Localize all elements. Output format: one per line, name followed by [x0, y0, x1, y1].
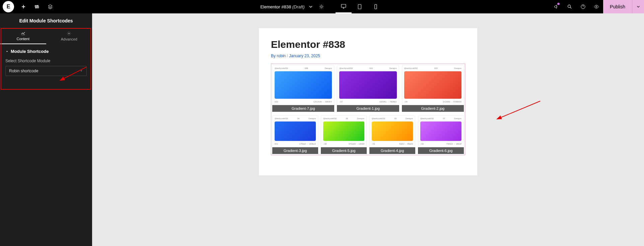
svg-point-0: [38, 5, 39, 6]
gallery-thumb: @techyunk032022Designs~076303B1 → 7B08E0: [337, 65, 399, 105]
gallery-caption: Gradient-1.jpg: [337, 105, 399, 112]
svg-rect-3: [358, 4, 361, 9]
section-title: Module Shortcode: [11, 49, 49, 54]
gallery-card[interactable]: @techyunk03204Designs0011759e0 → 183be0G…: [272, 115, 318, 154]
date-link[interactable]: January 23, 2025: [289, 54, 320, 58]
gallery-caption: Gradient-5.jpg: [321, 147, 367, 154]
tab-advanced[interactable]: Advanced: [46, 28, 92, 44]
device-desktop-icon[interactable]: [336, 0, 352, 13]
gradient-swatch: [339, 71, 397, 99]
shortcode-widget[interactable]: @techyunk032088Designs032CAGAHH → 0083FF…: [271, 64, 465, 155]
editor-canvas[interactable]: Elementor #838 By robin / January 23, 20…: [92, 13, 644, 246]
gradient-swatch: [420, 121, 461, 141]
doc-title: Elementor #838 (Draft): [260, 4, 304, 9]
gallery-caption: Gradient-7.jpg: [272, 105, 334, 112]
device-mobile-icon[interactable]: [368, 0, 384, 13]
gallery-thumb: @techyunk032088Designs032CAGAHH → 0083FF: [272, 65, 334, 105]
svg-point-1: [35, 7, 36, 8]
chevron-down-icon: [80, 69, 83, 73]
gallery-caption: Gradient-3.jpg: [272, 147, 318, 154]
gallery-card[interactable]: @techyunk032033Designs~04DC0002 → FF8800…: [402, 65, 464, 112]
gallery-card[interactable]: @techyunk032022Designs~076303B1 → 7B08E0…: [337, 65, 399, 112]
gradient-swatch: [275, 121, 316, 141]
svg-line-9: [500, 101, 540, 118]
settings-sliders-button[interactable]: [30, 0, 44, 13]
caret-down-icon: [5, 50, 9, 53]
gallery-thumb: @techyunk03204Designs0011759e0 → 183be0: [272, 115, 318, 147]
tab-content[interactable]: Content: [0, 28, 46, 44]
gradient-swatch: [275, 71, 332, 99]
top-header: E Elementor #838 (Draft) Publish: [0, 0, 644, 13]
preview-eye-icon[interactable]: [590, 0, 603, 13]
gallery-thumb: @techyunk03207Designs~027400c0 → d06bff: [418, 115, 464, 147]
panel-title: Edit Module Shortcodes: [0, 13, 92, 28]
gallery-card[interactable]: @techyunk03203Designs~01ffd21f → ff8a00G…: [369, 115, 415, 154]
svg-rect-2: [341, 4, 346, 7]
field-label-select-module: Select Shortcode Module: [5, 59, 87, 63]
gallery-row-2: @techyunk03204Designs0011759e0 → 183be0G…: [272, 115, 464, 154]
tab-advanced-label: Advanced: [61, 37, 77, 41]
publish-options-chevron-down-icon[interactable]: [632, 0, 644, 13]
gallery-thumb: @techyunk03205Designs~0837Da00 → b0f20f: [321, 115, 367, 147]
gallery-card[interactable]: @techyunk03205Designs~0837Da00 → b0f20fG…: [321, 115, 367, 154]
elementor-logo[interactable]: E: [3, 1, 14, 12]
gallery-thumb: @techyunk032033Designs~04DC0002 → FF8800…: [402, 65, 464, 105]
device-tablet-icon[interactable]: [352, 0, 368, 13]
gallery-caption: Gradient-4.jpg: [369, 147, 415, 154]
author-link[interactable]: robin: [277, 54, 286, 58]
svg-point-5: [568, 5, 571, 8]
svg-rect-4: [375, 4, 377, 9]
sidebar-panel: Edit Module Shortcodes Content Advanced …: [0, 13, 92, 246]
gallery-thumb: @techyunk03203Designs~01ffd21f → ff8a00: [369, 115, 415, 147]
page-title: Elementor #838: [271, 39, 465, 50]
doc-switcher-chevron-down-icon[interactable]: [307, 0, 315, 13]
whats-new-icon[interactable]: [550, 0, 563, 13]
svg-point-7: [596, 6, 597, 7]
gradient-swatch: [404, 71, 461, 99]
navigator-button[interactable]: [44, 0, 57, 13]
post-meta: By robin / January 23, 2025: [271, 54, 465, 58]
shortcode-module-select[interactable]: Robin shortcode: [5, 66, 87, 76]
gallery-card[interactable]: @techyunk032088Designs032CAGAHH → 0083FF…: [272, 65, 334, 112]
gallery-caption: Gradient-6.jpg: [418, 147, 464, 154]
svg-point-8: [69, 33, 70, 34]
page-content: Elementor #838 By robin / January 23, 20…: [259, 28, 477, 175]
gradient-swatch: [372, 121, 413, 141]
notification-dot: [557, 3, 560, 5]
section-toggle-module-shortcode[interactable]: Module Shortcode: [0, 44, 92, 57]
gallery-caption: Gradient-2.jpg: [402, 105, 464, 112]
dropdown-value: Robin shortcode: [9, 69, 38, 73]
gallery-row-1: @techyunk032088Designs032CAGAHH → 0083FF…: [272, 65, 464, 112]
gallery-card[interactable]: @techyunk03207Designs~027400c0 → d06bffG…: [418, 115, 464, 154]
publish-button[interactable]: Publish: [603, 0, 632, 13]
finder-search-icon[interactable]: [563, 0, 576, 13]
gradient-swatch: [323, 121, 364, 141]
page-settings-gear-icon[interactable]: [317, 0, 326, 13]
help-icon[interactable]: [576, 0, 590, 13]
add-button[interactable]: [17, 0, 30, 13]
tab-content-label: Content: [16, 37, 29, 41]
annotation-arrow-right: [496, 100, 543, 123]
panel-tabs: Content Advanced: [0, 28, 92, 44]
